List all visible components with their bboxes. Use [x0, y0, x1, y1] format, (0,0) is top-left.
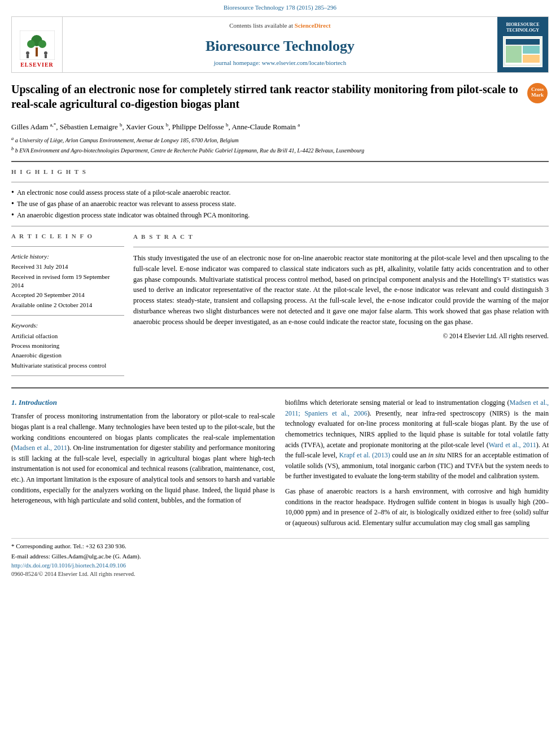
elsevier-label: ELSEVIER — [20, 61, 54, 69]
history-revised: Received in revised form 19 September201… — [11, 273, 124, 290]
divider-highlights-top — [11, 182, 549, 182]
ref-madsen-spaniers[interactable]: Madsen et al., 2011; Spaniers et al., 20… — [285, 399, 549, 417]
svg-rect-6 — [27, 55, 29, 58]
history-available: Available online 2 October 2014 — [11, 301, 124, 309]
divider-highlights-bottom — [11, 226, 549, 226]
crossmark-logo[interactable]: Cross Mark — [526, 82, 549, 104]
issn-line: 0960-8524/© 2014 Elsevier Ltd. All right… — [11, 570, 549, 579]
article-title: Upscaling of an electronic nose for comp… — [11, 82, 520, 111]
divider-end-info — [11, 375, 124, 376]
intro-paragraph-2: biofilms which deteriorate sensing mater… — [285, 397, 549, 482]
author-email[interactable]: Gilles.Adam@ulg.ac.be — [51, 553, 111, 560]
keyword-3: Anaerobic digestion — [11, 351, 124, 360]
bullet-1: • — [11, 188, 14, 198]
highlight-item-1: • An electronic nose could assess proces… — [11, 188, 549, 198]
bullet-2: • — [11, 199, 14, 209]
intro-heading: 1. Introduction — [11, 397, 275, 408]
article-info-label: A R T I C L E I N F O — [11, 232, 124, 241]
svg-rect-8 — [45, 55, 47, 58]
footnote-section: * Corresponding author. Tel.: +32 63 230… — [11, 538, 549, 578]
email-line: E-mail address: Gilles.Adam@ulg.ac.be (G… — [11, 552, 549, 561]
divider-keywords — [11, 315, 124, 316]
contents-available-line: Contents lists available at ScienceDirec… — [229, 21, 330, 30]
svg-rect-11 — [506, 39, 540, 45]
abstract-label: A B S T R A C T — [133, 232, 549, 242]
svg-point-3 — [27, 40, 35, 48]
bt-cover-image — [504, 37, 542, 66]
svg-rect-14 — [523, 55, 540, 63]
svg-rect-1 — [36, 47, 38, 56]
divider-after-affiliations — [11, 161, 549, 162]
highlights-label: H I G H L I G H T S — [11, 168, 549, 176]
bt-logo-image — [503, 36, 542, 67]
bullet-3: • — [11, 211, 14, 220]
journal-header: ELSEVIER Contents lists available at Sci… — [11, 16, 549, 72]
body-section: 1. Introduction Transfer of process moni… — [11, 397, 549, 532]
abstract-text: This study investigated the use of an el… — [133, 253, 549, 327]
keyword-4: Multivariate statistical process control — [11, 361, 124, 370]
bt-logo-text: BIORESOURCETECHNOLOGY — [506, 22, 539, 34]
authors-line: Gilles Adam a,*, Sébastien Lemaigre b, X… — [11, 121, 549, 133]
intro-paragraph-3: Gas phase of anaerobic reactors is a har… — [285, 486, 549, 528]
elsevier-logo-section: ELSEVIER — [12, 17, 63, 72]
intro-paragraph-1: Transfer of process monitoring instrumen… — [11, 411, 275, 505]
body-left-col: 1. Introduction Transfer of process moni… — [11, 397, 275, 532]
svg-rect-13 — [523, 46, 540, 54]
article-title-section: Upscaling of an electronic nose for comp… — [11, 82, 549, 116]
citation-text: Bioresource Technology 178 (2015) 285–29… — [224, 4, 336, 11]
svg-point-7 — [44, 51, 47, 55]
highlight-item-3: • An anaerobic digestion process state i… — [11, 211, 549, 220]
svg-text:Cross: Cross — [531, 86, 544, 92]
svg-point-4 — [38, 40, 46, 48]
article-info-abstract: A R T I C L E I N F O Article history: R… — [11, 232, 549, 382]
ref-ward-2011[interactable]: Ward et al., 2011 — [489, 441, 536, 449]
abstract-section: A B S T R A C T This study investigated … — [133, 232, 549, 342]
keyword-1: Artificial olfaction — [11, 332, 124, 340]
journal-title-section: Contents lists available at ScienceDirec… — [63, 17, 497, 72]
elsevier-logo: ELSEVIER — [20, 30, 55, 69]
journal-homepage: journal homepage: www.elsevier.com/locat… — [214, 59, 346, 67]
svg-rect-12 — [506, 46, 522, 63]
affiliation-b: b b EVA Environment and Agro-biotechnolo… — [11, 146, 549, 155]
history-label: Article history: — [11, 252, 124, 261]
article-info-section: A R T I C L E I N F O Article history: R… — [11, 232, 124, 377]
elsevier-graphic — [20, 30, 55, 60]
doi-link[interactable]: http://dx.doi.org/10.1016/j.biortech.201… — [11, 562, 549, 570]
journal-title: Bioresource Technology — [205, 36, 355, 56]
keyword-2: Process monitoring — [11, 342, 124, 350]
corresponding-author: * Corresponding author. Tel.: +32 63 230… — [11, 542, 549, 551]
divider-abstract — [133, 247, 549, 247]
abstract-col: A B S T R A C T This study investigated … — [133, 232, 549, 382]
history-accepted: Accepted 20 September 2014 — [11, 291, 124, 299]
svg-text:Mark: Mark — [531, 92, 544, 98]
abstract-copyright: © 2014 Elsevier Ltd. All rights reserved… — [133, 331, 549, 341]
citation-bar: Bioresource Technology 178 (2015) 285–29… — [0, 0, 560, 14]
ref-krapf-2013[interactable]: Krapf et al. (2013) — [339, 451, 390, 459]
svg-point-5 — [26, 51, 29, 55]
divider-body — [11, 387, 549, 388]
keywords-label: Keywords: — [11, 321, 124, 330]
divider-article-info — [11, 246, 124, 247]
highlights-section: H I G H L I G H T S • An electronic nose… — [11, 168, 549, 226]
main-content: Upscaling of an electronic nose for comp… — [11, 82, 549, 579]
history-received: Received 31 July 2014 — [11, 263, 124, 271]
bt-logo-section: BIORESOURCETECHNOLOGY — [497, 17, 548, 72]
affiliation-a: a a University of Liège, Arlon Campus En… — [11, 136, 549, 145]
science-direct-link[interactable]: ScienceDirect — [295, 22, 331, 29]
ref-madsen-2011[interactable]: Madsen et al., 2011 — [14, 444, 67, 452]
body-right-col: biofilms which deteriorate sensing mater… — [285, 397, 549, 532]
article-info-col: A R T I C L E I N F O Article history: R… — [11, 232, 124, 382]
highlight-item-2: • The use of gas phase of an anaerobic r… — [11, 199, 549, 209]
